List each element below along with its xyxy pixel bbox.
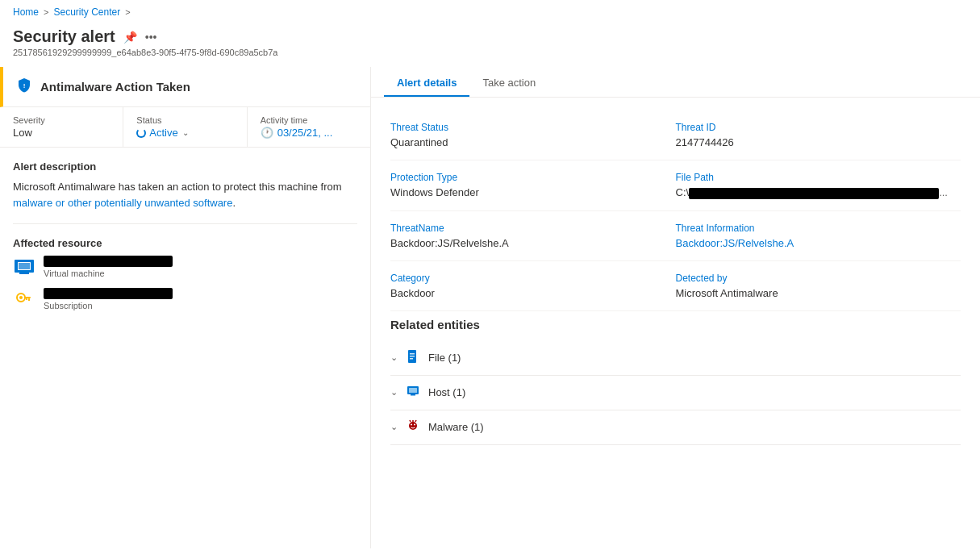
main-layout: ! Antimalware Action Taken Severity Low … xyxy=(0,67,980,548)
divider-1 xyxy=(13,223,357,224)
svg-rect-13 xyxy=(410,356,415,357)
threat-id-cell: Threat ID 2147744426 xyxy=(676,110,961,160)
activity-value: 🕐 03/25/21, ... xyxy=(261,127,357,139)
right-panel: Alert details Take action Threat Status … xyxy=(371,67,980,548)
file-path-label: File Path xyxy=(676,172,961,183)
category-value: Backdoor xyxy=(390,287,657,299)
alert-header: ! Antimalware Action Taken xyxy=(0,67,370,107)
clock-icon: 🕐 xyxy=(261,127,273,139)
vm-resource-item: Virtual machine xyxy=(13,256,357,278)
entity-row-file[interactable]: ⌄ File (1) xyxy=(390,341,961,376)
activity-label: Activity time xyxy=(261,115,357,125)
threat-info-label: Threat Information xyxy=(676,223,961,234)
svg-rect-18 xyxy=(411,394,415,395)
status-active-indicator: Active xyxy=(136,127,177,139)
svg-rect-16 xyxy=(409,388,417,393)
subscription-key-icon xyxy=(15,289,34,309)
description-link[interactable]: malware or other potentially unwanted so… xyxy=(13,197,232,209)
page-subtitle: 25178561929299999999_e64ab8e3-90f5-4f75-… xyxy=(13,48,967,57)
svg-line-22 xyxy=(410,420,411,422)
breadcrumb-sep2: > xyxy=(125,7,130,17)
threat-status-value: Quarantined xyxy=(390,136,657,148)
file-entity-label: File (1) xyxy=(428,352,461,364)
breadcrumb-sep1: > xyxy=(44,7,48,17)
detected-by-cell: Detected by Microsoft Antimalware xyxy=(676,261,961,311)
vm-resource-info: Virtual machine xyxy=(44,256,173,278)
related-entities-section: Related entities ⌄ File (1) ⌄ xyxy=(390,318,961,445)
category-label: Category xyxy=(390,273,657,284)
svg-point-7 xyxy=(19,296,23,299)
svg-rect-8 xyxy=(24,297,31,298)
svg-rect-10 xyxy=(26,298,27,300)
threat-info-value[interactable]: Backdoor:JS/Relvelshe.A xyxy=(676,237,961,249)
status-value: Active ⌄ xyxy=(136,127,233,139)
vm-type-label: Virtual machine xyxy=(44,269,173,278)
threat-name-label: ThreatName xyxy=(390,223,657,234)
breadcrumb-home[interactable]: Home xyxy=(13,6,39,18)
file-path-value: C:\... xyxy=(676,186,961,199)
alert-details-grid: Threat Status Quarantined Threat ID 2147… xyxy=(390,110,961,311)
threat-status-label: Threat Status xyxy=(390,122,657,133)
shield-icon: ! xyxy=(16,77,32,97)
threat-name-value: Backdoor:JS/Relvelshe.A xyxy=(390,237,657,249)
detected-by-value: Microsoft Antimalware xyxy=(676,287,961,299)
breadcrumb: Home > Security Center > xyxy=(0,0,980,24)
malware-chevron-icon: ⌄ xyxy=(390,422,398,432)
severity-meta: Severity Low xyxy=(0,107,123,147)
malware-entity-label: Malware (1) xyxy=(428,421,484,433)
tab-take-action[interactable]: Take action xyxy=(469,67,548,97)
category-cell: Category Backdoor xyxy=(390,261,676,311)
status-meta[interactable]: Status Active ⌄ xyxy=(123,107,247,147)
file-chevron-icon: ⌄ xyxy=(390,352,398,363)
file-icon xyxy=(406,349,420,367)
alert-meta: Severity Low Status Active ⌄ Activity ti… xyxy=(0,107,370,148)
key-icon-container xyxy=(13,288,35,310)
related-entities-title: Related entities xyxy=(390,318,961,331)
svg-point-20 xyxy=(411,423,412,425)
left-panel: ! Antimalware Action Taken Severity Low … xyxy=(0,67,371,548)
affected-resource-title: Affected resource xyxy=(13,237,357,249)
host-chevron-icon: ⌄ xyxy=(390,387,398,398)
vm-name-redacted xyxy=(44,256,173,267)
subscription-type-label: Subscription xyxy=(44,301,173,310)
svg-rect-9 xyxy=(28,298,30,301)
more-icon[interactable]: ••• xyxy=(145,31,157,44)
subscription-resource-info: Subscription xyxy=(44,288,173,310)
protection-type-value: Windows Defender xyxy=(390,186,657,198)
virtual-machine-icon xyxy=(13,256,35,278)
status-label: Status xyxy=(136,115,233,125)
host-icon xyxy=(406,384,420,402)
status-chevron-icon[interactable]: ⌄ xyxy=(182,128,189,137)
svg-point-21 xyxy=(414,423,415,425)
svg-rect-12 xyxy=(410,353,415,355)
svg-text:!: ! xyxy=(23,82,26,90)
svg-rect-4 xyxy=(22,272,27,273)
threat-status-cell: Threat Status Quarantined xyxy=(390,110,676,160)
spinner-icon xyxy=(136,128,146,138)
subscription-resource-item: Subscription xyxy=(13,288,357,310)
svg-rect-14 xyxy=(410,358,413,360)
alert-title: Antimalware Action Taken xyxy=(40,80,190,94)
subscription-name-redacted xyxy=(44,288,173,299)
pin-icon[interactable]: 📌 xyxy=(123,31,137,44)
vm-icon-container xyxy=(13,256,35,278)
entity-row-host[interactable]: ⌄ Host (1) xyxy=(390,376,961,410)
severity-label: Severity xyxy=(13,115,110,125)
protection-type-label: Protection Type xyxy=(390,172,657,183)
severity-value: Low xyxy=(13,127,110,139)
threat-info-cell: Threat Information Backdoor:JS/Relvelshe… xyxy=(676,211,961,261)
tabs-bar: Alert details Take action xyxy=(371,67,980,98)
entity-row-malware[interactable]: ⌄ Malware (1) xyxy=(390,410,961,445)
breadcrumb-security-center[interactable]: Security Center xyxy=(53,6,120,18)
threat-id-value: 2147744426 xyxy=(676,136,961,148)
right-content: Threat Status Quarantined Threat ID 2147… xyxy=(371,98,980,458)
detected-by-label: Detected by xyxy=(676,273,961,284)
threat-name-cell: ThreatName Backdoor:JS/Relvelshe.A xyxy=(390,211,676,261)
alert-description-title: Alert description xyxy=(13,160,357,173)
tab-alert-details[interactable]: Alert details xyxy=(384,67,469,97)
threat-id-label: Threat ID xyxy=(676,122,961,133)
host-entity-label: Host (1) xyxy=(428,386,465,398)
protection-type-cell: Protection Type Windows Defender xyxy=(390,160,676,211)
activity-meta: Activity time 🕐 03/25/21, ... xyxy=(248,107,370,147)
page-title: Security alert xyxy=(13,27,115,46)
